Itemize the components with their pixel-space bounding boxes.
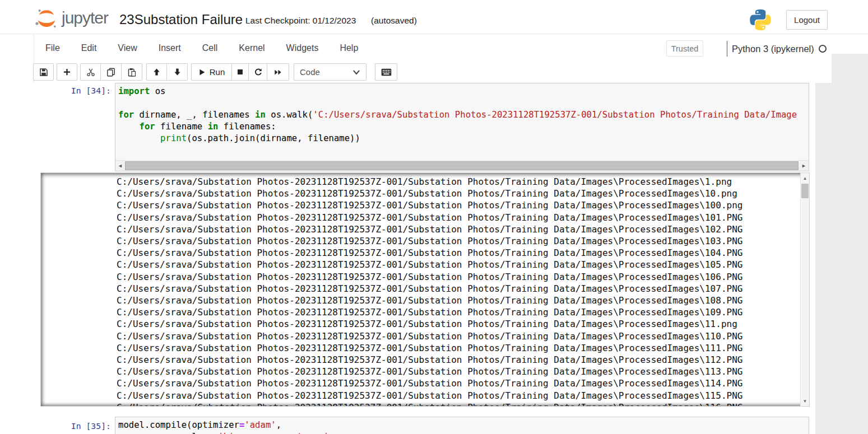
jupyter-icon <box>35 6 58 30</box>
menu-insert[interactable]: Insert <box>148 35 192 62</box>
code-cell-34: import os for dirname, _, filenames in o… <box>115 83 809 171</box>
notebook-header: jupyter 23Substation Failure Last Checkp… <box>0 0 868 34</box>
keyboard-icon <box>381 68 392 76</box>
restart-run-all-button[interactable] <box>267 63 289 81</box>
menu-cell[interactable]: Cell <box>192 35 229 62</box>
scissors-icon <box>86 68 95 77</box>
menubar: File Edit View Insert Cell Kernel Widget… <box>34 35 832 62</box>
refresh-icon <box>254 68 262 76</box>
move-cell-down-button[interactable] <box>167 63 188 81</box>
save-icon <box>39 68 48 77</box>
cell-type-dropdown[interactable]: Code <box>294 63 366 81</box>
copy-icon <box>106 68 115 77</box>
interrupt-kernel-button[interactable] <box>232 63 249 81</box>
copy-cell-button[interactable] <box>101 63 122 81</box>
menu-file[interactable]: File <box>35 35 71 62</box>
arrow-up-icon <box>152 68 161 76</box>
menu-edit[interactable]: Edit <box>71 35 108 62</box>
code-cell-35: model.compile(optimizer='adam', loss='bi… <box>115 417 809 434</box>
code-editor-35[interactable]: model.compile(optimizer='adam', loss='bi… <box>115 417 809 434</box>
logout-button[interactable]: Logout <box>786 10 828 30</box>
fast-forward-icon <box>273 68 282 76</box>
play-icon <box>198 68 206 76</box>
scroll-right-icon[interactable]: ► <box>799 161 809 171</box>
command-palette-button[interactable] <box>375 63 397 81</box>
insert-cell-below-button[interactable] <box>57 63 77 81</box>
chevron-down-icon <box>352 69 360 75</box>
kernel-name-label: Python 3 (ipykernel) <box>732 44 814 54</box>
kernel-separator <box>727 41 727 57</box>
cell-type-selected: Code <box>300 67 352 77</box>
run-label: Run <box>210 67 225 77</box>
paste-icon <box>127 68 136 77</box>
kernel-status-icon <box>819 45 827 53</box>
scroll-down-icon[interactable]: ▼ <box>801 396 809 405</box>
input-prompt-35: In [35]: <box>34 421 111 431</box>
output-scroll-area: C:/Users/srava/Substation Photos-2023112… <box>40 172 810 407</box>
scroll-up-icon[interactable]: ▲ <box>801 174 809 183</box>
jupyter-logo[interactable]: jupyter <box>35 6 108 30</box>
stop-icon <box>236 68 244 76</box>
checkpoint-label: Last Checkpoint: 01/12/2023 <box>245 16 356 26</box>
paste-cell-button[interactable] <box>122 63 142 81</box>
vertical-scrollbar[interactable]: ▲ ▼ <box>800 173 809 406</box>
page-background <box>815 54 868 434</box>
menu-widgets[interactable]: Widgets <box>276 35 329 62</box>
jupyter-logo-text: jupyter <box>62 8 108 27</box>
plus-icon <box>63 68 71 76</box>
notebook-title[interactable]: 23Substation Failure <box>119 12 243 27</box>
cut-cell-button[interactable] <box>80 63 101 81</box>
run-cell-button[interactable]: Run <box>191 63 232 81</box>
restart-kernel-button[interactable] <box>249 63 267 81</box>
horizontal-scroll-thumb[interactable] <box>125 161 799 170</box>
trusted-badge: Trusted <box>666 40 703 57</box>
autosave-status: (autosaved) <box>371 16 417 26</box>
toolbar: Run Code <box>34 62 832 83</box>
move-cell-up-button[interactable] <box>146 63 167 81</box>
vertical-scroll-thumb[interactable] <box>801 184 809 198</box>
horizontal-scrollbar[interactable]: ◄ ► <box>115 160 809 171</box>
output-text: C:/Users/srava/Substation Photos-2023112… <box>117 176 799 406</box>
scroll-left-icon[interactable]: ◄ <box>115 161 125 171</box>
menu-kernel[interactable]: Kernel <box>228 35 275 62</box>
save-button[interactable] <box>33 63 54 81</box>
input-prompt-34: In [34]: <box>34 86 111 95</box>
code-editor-34[interactable]: import os for dirname, _, filenames in o… <box>115 83 809 160</box>
arrow-down-icon <box>173 68 182 76</box>
menu-help[interactable]: Help <box>329 35 369 62</box>
menu-view[interactable]: View <box>107 35 147 62</box>
python-logo-icon <box>749 9 772 31</box>
